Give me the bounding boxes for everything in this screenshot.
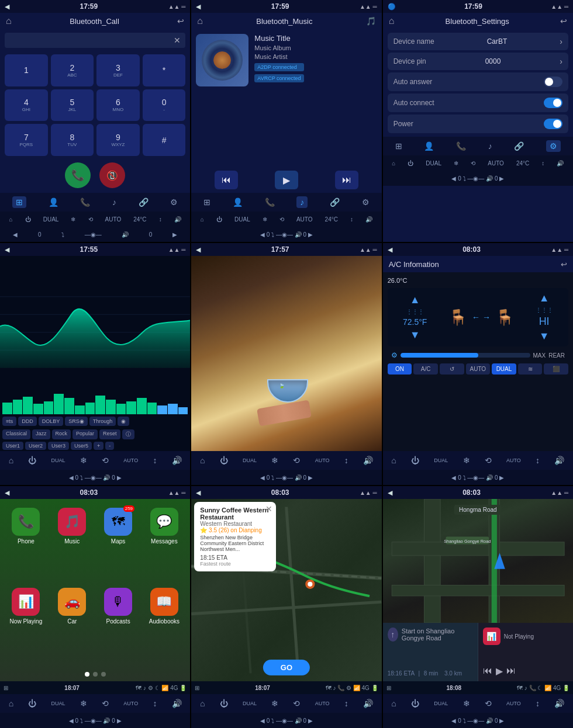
video-content[interactable]: 🍃	[191, 256, 381, 451]
power-row[interactable]: Power	[388, 115, 568, 133]
nav-phone-p2[interactable]: 📞	[265, 197, 275, 207]
nav-settings-p3[interactable]: ⚙	[546, 140, 561, 152]
home-icon-p2[interactable]: ⌂	[197, 16, 203, 26]
nav-phone-p3[interactable]: 📞	[456, 141, 466, 151]
dial-3[interactable]: 3DEF	[96, 54, 140, 86]
app-music[interactable]: 🎵 Music	[52, 508, 92, 582]
eq-btn-dolby[interactable]: DOLBY	[39, 417, 64, 426]
app-now-playing[interactable]: 📊 Now Playing	[6, 588, 46, 662]
device-name-row[interactable]: Device name CarBT ›	[388, 33, 568, 50]
dial-search[interactable]: ✕	[5, 33, 185, 48]
back-icon-p1[interactable]: ↩	[177, 16, 184, 26]
climate-fan[interactable]: ⟲	[88, 216, 93, 223]
dial-7[interactable]: 7PQRS	[5, 124, 48, 156]
preset-remove[interactable]: -	[105, 442, 114, 450]
preset-reset[interactable]: Reset	[99, 429, 120, 439]
next-track-btn[interactable]: ⏭	[506, 665, 516, 677]
back-arrow-p8[interactable]: ◀	[196, 489, 201, 497]
device-pin-row[interactable]: Device pin 0000 ›	[388, 53, 568, 70]
preset-classical[interactable]: Classical	[2, 429, 30, 439]
app-phone[interactable]: 📞 Phone	[6, 508, 46, 582]
dot-3[interactable]	[101, 672, 106, 677]
app-messages[interactable]: 💬 Messages	[144, 508, 184, 582]
nav-map[interactable]: ✕ Sunny Coffee Western Restaurant Wester…	[191, 499, 381, 681]
climate-power[interactable]: ⏻	[25, 216, 31, 223]
nav-close-btn[interactable]: ✕	[265, 504, 272, 514]
preset-popular[interactable]: Popular	[73, 429, 98, 439]
app-audiobooks[interactable]: 📖 Audiobooks	[144, 588, 184, 662]
power-toggle[interactable]	[544, 119, 562, 129]
dial-4[interactable]: 4GHI	[5, 89, 48, 122]
back-arrow-p6[interactable]: ◀	[388, 246, 392, 254]
preset-info[interactable]: ⓘ	[122, 429, 134, 439]
end-call-button[interactable]: 📵	[99, 162, 125, 188]
preset-user3[interactable]: User3	[48, 442, 69, 450]
ac-up-right[interactable]: ▲	[539, 292, 550, 304]
ac-down-left[interactable]: ▼	[410, 329, 420, 341]
ac-back[interactable]: ↩	[561, 260, 567, 269]
eq-btn-srs[interactable]: SRS◉	[65, 417, 88, 426]
dial-2[interactable]: 2ABC	[51, 54, 94, 86]
preset-add[interactable]: +	[94, 442, 103, 450]
fan-icon[interactable]: ⚙	[391, 351, 398, 359]
back-arrow-p4[interactable]: ◀	[5, 246, 9, 254]
home-icon-p1[interactable]: ⌂	[6, 16, 12, 26]
climate-home[interactable]: ⌂	[9, 216, 13, 223]
dial-star[interactable]: *	[143, 54, 186, 86]
ac-on-btn[interactable]: ON	[388, 363, 412, 375]
climate-vol[interactable]: 🔊	[174, 216, 181, 223]
nav-music-p2[interactable]: ♪	[296, 196, 308, 208]
preset-user5[interactable]: User5	[71, 442, 92, 450]
nav-music-icon[interactable]: ♪	[112, 197, 116, 207]
nav-user-p2[interactable]: 👤	[233, 197, 243, 207]
dial-1[interactable]: 1	[5, 54, 48, 86]
nav-grid-p3[interactable]: ⊞	[395, 141, 402, 151]
dial-hash[interactable]: #	[143, 124, 186, 156]
nav-user-p3[interactable]: 👤	[424, 141, 434, 151]
ac-recir-btn[interactable]: ↺	[440, 363, 464, 375]
auto-answer-row[interactable]: Auto answer	[388, 72, 568, 91]
nav-music-p3[interactable]: ♪	[488, 141, 492, 151]
ac-up-left[interactable]: ▲	[410, 294, 420, 306]
preset-user2[interactable]: User2	[25, 442, 46, 450]
app-car[interactable]: 🚗 Car	[52, 588, 92, 662]
nav-link-p3[interactable]: 🔗	[514, 141, 524, 151]
dial-6[interactable]: 6MNO	[96, 89, 140, 122]
auto-connect-row[interactable]: Auto connect	[388, 93, 568, 112]
preset-jazz[interactable]: Jazz	[32, 429, 50, 439]
nav-grid-icon[interactable]: ⊞	[12, 196, 26, 208]
auto-connect-toggle[interactable]	[544, 98, 562, 108]
ac-heat-btn[interactable]: ⬛	[544, 363, 568, 375]
call-button[interactable]: 📞	[65, 162, 91, 188]
dot-1[interactable]	[85, 672, 89, 677]
app-maps[interactable]: 🗺 259 Maps	[98, 508, 139, 582]
climate-arrows[interactable]: ↕	[159, 216, 162, 223]
dial-8[interactable]: 8TUV	[51, 124, 94, 156]
ac-dual-btn[interactable]: DUAL	[492, 363, 516, 375]
climate-ac[interactable]: ❄	[71, 216, 75, 223]
eq-btn-ddd[interactable]: DDD	[18, 417, 37, 426]
home-icon-p3[interactable]: ⌂	[389, 16, 395, 26]
nav-settings-icon[interactable]: ⚙	[170, 197, 178, 207]
dot-2[interactable]	[93, 672, 98, 677]
back-arrow-p2[interactable]: ◀	[196, 3, 201, 11]
ac-ac-btn[interactable]: A/C	[413, 363, 438, 375]
dial-9[interactable]: 9WXYZ	[96, 124, 140, 156]
app-podcasts[interactable]: 🎙 Podcasts	[98, 588, 139, 662]
play-btn[interactable]: ▶	[275, 171, 298, 189]
back-arrow-p7[interactable]: ◀	[5, 489, 9, 497]
nav-go-button[interactable]: GO	[263, 660, 310, 675]
nav-phone-icon[interactable]: 📞	[80, 197, 90, 207]
dial-0[interactable]: 0-	[143, 89, 186, 122]
eq-btn-through[interactable]: Through	[89, 417, 116, 426]
ac-rear-btn[interactable]: ≋	[518, 363, 543, 375]
eq-btn-ts[interactable]: ≡ts	[2, 417, 16, 426]
nav-link-p2[interactable]: 🔗	[330, 197, 340, 207]
prev-btn[interactable]: ⏮	[215, 171, 238, 189]
back-icon-p3[interactable]: ↩	[560, 16, 567, 26]
ac-down-right[interactable]: ▼	[539, 330, 550, 342]
play-pause-btn[interactable]: ▶	[496, 665, 503, 677]
eq-btn-circle[interactable]: ◉	[118, 417, 129, 426]
clear-btn[interactable]: ✕	[174, 36, 181, 45]
nav-settings-p2[interactable]: ⚙	[362, 197, 370, 207]
